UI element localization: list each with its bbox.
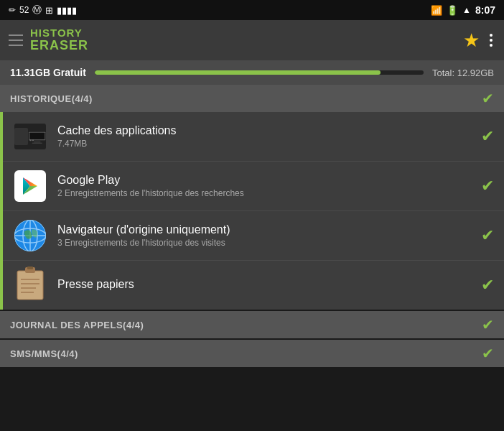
svg-rect-4	[29, 133, 45, 139]
wifi-icon: 📶	[431, 5, 442, 16]
pencil-icon: ✏	[9, 5, 16, 15]
gplay-item-title: Google Play	[57, 174, 474, 187]
gplay-item-check-icon[interactable]: ✔	[481, 177, 494, 195]
clipboard-item-check-icon[interactable]: ✔	[481, 276, 494, 295]
browser-item-text: Navigateur (d'origine uniquement) 3 Enre…	[57, 223, 474, 248]
clipboard-list-item[interactable]: Presse papiers ✔	[3, 261, 504, 310]
app-title: HISTORY ERASER	[30, 27, 456, 53]
gplay-item-subtitle: 2 Enregistrements de l'historique des re…	[57, 188, 474, 198]
bars-icon: ▮▮▮▮	[57, 5, 77, 16]
clipboard-item-text: Presse papiers	[57, 278, 474, 292]
overflow-menu-button[interactable]	[487, 31, 495, 50]
svg-rect-18	[17, 271, 43, 300]
sms-section-header[interactable]: SMS/MMS(4/4) ✔	[0, 340, 504, 367]
google-play-list-item[interactable]: Google Play 2 Enregistrements de l'histo…	[3, 162, 504, 211]
cache-item-title: Cache des applications	[57, 124, 474, 137]
cache-item-check-icon[interactable]: ✔	[481, 127, 494, 146]
gplay-item-text: Google Play 2 Enregistrements de l'histo…	[57, 174, 474, 198]
svg-rect-2	[34, 141, 40, 142]
svg-point-5	[29, 139, 31, 141]
browser-item-title: Navigateur (d'origine uniquement)	[57, 223, 474, 236]
storage-progress-fill	[95, 70, 381, 75]
storage-bar: 11.31GB Gratuit Total: 12.92GB	[0, 60, 504, 85]
signal-icon: ▲	[462, 5, 471, 15]
journal-section-header[interactable]: JOURNAL DES APPELS(4/4) ✔	[0, 311, 504, 338]
browser-item-subtitle: 3 Enregistrements de l'historique des vi…	[57, 238, 474, 248]
hamburger-icon[interactable]	[9, 34, 23, 46]
historique-title: HISTORIQUE(4/4)	[10, 93, 93, 104]
clipboard-item-title: Presse papiers	[57, 278, 474, 291]
cache-app-icon	[14, 124, 46, 149]
clipboard-icon	[16, 267, 45, 304]
favorite-star-icon[interactable]: ★	[463, 29, 480, 52]
status-bar: ✏ 52 Ⓜ ⊞ ▮▮▮▮ 📶 🔋 ▲ 8:07	[0, 0, 504, 20]
journal-check-icon[interactable]: ✔	[482, 316, 494, 333]
cache-icon-wrapper	[13, 119, 47, 154]
notification-count: 52	[19, 5, 29, 15]
storage-total-label: Total: 12.92GB	[432, 68, 494, 78]
status-time: 8:07	[475, 4, 495, 16]
toolbar: HISTORY ERASER ★	[0, 20, 504, 60]
cache-list-item[interactable]: Cache des applications 7.47MB ✔	[3, 112, 504, 162]
storage-free-label: 11.31GB Gratuit	[10, 67, 86, 78]
sms-check-icon[interactable]: ✔	[482, 345, 494, 362]
grid-icon: ⊞	[45, 5, 53, 16]
historique-check-icon[interactable]: ✔	[482, 90, 494, 107]
history-label: HISTORY	[30, 27, 456, 40]
historique-section-header[interactable]: HISTORIQUE(4/4) ✔	[0, 85, 504, 112]
gplay-icon-wrapper	[13, 169, 47, 203]
cache-item-text: Cache des applications 7.47MB	[57, 124, 474, 149]
browser-globe-icon	[14, 220, 46, 251]
journal-title: JOURNAL DES APPELS(4/4)	[10, 320, 144, 330]
browser-icon-wrapper	[13, 218, 47, 253]
clipboard-icon-wrapper	[13, 268, 47, 302]
browser-item-check-icon[interactable]: ✔	[481, 226, 494, 245]
browser-list-item[interactable]: Navigateur (d'origine uniquement) 3 Enre…	[3, 211, 504, 261]
historique-list: Cache des applications 7.47MB ✔	[0, 112, 504, 310]
eraser-label: ERASER	[30, 39, 456, 53]
svg-rect-21	[27, 267, 33, 269]
svg-rect-3	[32, 143, 42, 144]
storage-progress-bar	[95, 70, 424, 75]
battery-icon: 🔋	[447, 5, 458, 16]
motorola-icon: Ⓜ	[32, 4, 42, 17]
sms-title: SMS/MMS(4/4)	[10, 348, 78, 359]
google-play-icon	[14, 170, 46, 202]
svg-point-6	[32, 139, 33, 141]
cache-item-subtitle: 7.47MB	[57, 139, 474, 149]
